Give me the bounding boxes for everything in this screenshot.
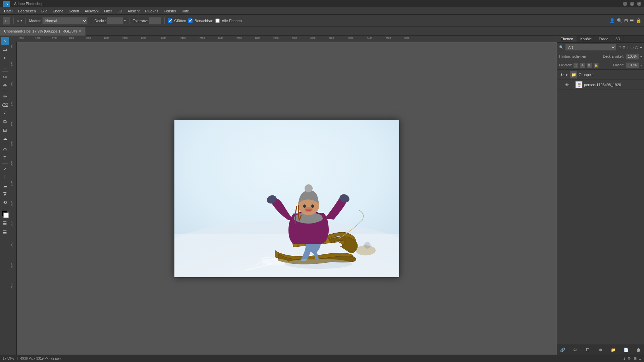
person-icon[interactable]: 👤 — [609, 18, 615, 23]
layer-adj-button[interactable]: ⊕ — [597, 347, 604, 353]
tab-3d[interactable]: 3D — [612, 36, 624, 42]
zoom-tool[interactable]: ⟲ — [1, 198, 9, 206]
clone-tool[interactable]: ⁄ — [1, 109, 9, 117]
menu-item-ebene[interactable]: Ebene — [50, 8, 66, 14]
ps-logo: Ps — [3, 1, 10, 7]
gradient-tool[interactable]: ☁ — [1, 134, 9, 142]
scene-svg — [174, 120, 399, 277]
ruler-left-label-2000: 2000 — [10, 181, 13, 187]
status-gpu-icon[interactable]: ⚙ — [628, 356, 631, 361]
layer-vis-gruppe1[interactable]: 👁 — [559, 72, 564, 77]
deckraft-input[interactable]: 100% — [626, 54, 639, 60]
close-button[interactable]: ✕ — [637, 2, 641, 6]
text-tool[interactable]: T — [1, 173, 9, 181]
opacity-input[interactable]: 100% — [107, 17, 123, 24]
shape-tool[interactable]: ☁ — [1, 182, 9, 190]
tab-ebenen[interactable]: Ebenen — [557, 36, 577, 42]
layer-group-button[interactable]: 📁 — [610, 347, 616, 353]
extra-tools: ☰ ☰ — [1, 219, 9, 236]
left-tools-panel: ↖ ▭ ∘ ⬚ ✂ ⊕ ✏ ⌫ ⁄ ⧉ ⊞ ☁ ⊙ T ↗ T ☁ ∇ ⟲ ☰ … — [0, 36, 10, 355]
lock-icon[interactable]: 🔒 — [636, 18, 641, 23]
ruler-left-inner: 600 800 1000 1200 1400 1600 1800 2000 22… — [10, 42, 16, 355]
layers-type-filter[interactable]: Art — [565, 44, 616, 51]
magic-wand-tool[interactable]: ⬚ — [1, 62, 9, 70]
layer-filter-icon-adjust[interactable]: ⚙ — [622, 45, 626, 50]
history-brush-tool[interactable]: ⧉ — [1, 118, 9, 126]
toolbar-separator-2 — [25, 17, 26, 24]
layer-thumb-gruppe1: 📁 — [570, 71, 577, 78]
layer-filter-toggle[interactable]: ● — [640, 45, 642, 49]
maximize-button[interactable]: □ — [630, 2, 634, 6]
foreground-color[interactable] — [1, 211, 9, 218]
menu-item-plug-ins[interactable]: Plug-ins — [142, 8, 161, 14]
tab-kanaele[interactable]: Kanäle — [577, 36, 595, 42]
layer-filter-icon-pixel[interactable]: ⬚ — [618, 45, 621, 50]
layer-filter-icon-text[interactable]: T — [627, 45, 629, 49]
eyedropper-tool[interactable]: ⊕ — [1, 81, 9, 89]
layer-vis-person[interactable]: 👁 — [565, 82, 569, 87]
minimize-button[interactable]: ─ — [623, 2, 627, 6]
canvas-area[interactable]: 1500 1600 1700 1800 1900 2000 2100 2200 … — [10, 36, 557, 355]
menu-item-bearbeiten[interactable]: Bearbeiten — [15, 8, 39, 14]
mode-dropdown[interactable]: Normal Multiplizieren Negativ multiplizi… — [42, 17, 88, 24]
menu-item-datei[interactable]: Datei — [1, 8, 15, 14]
menu-item-auswahl[interactable]: Auswahl — [82, 8, 101, 14]
status-info-icon[interactable]: ℹ — [624, 356, 625, 361]
path-select-tool[interactable]: ↗ — [1, 165, 9, 173]
brush-tool[interactable]: ⌫ — [1, 101, 9, 109]
hand-tool[interactable]: ∇ — [1, 190, 9, 198]
layer-filter-icon-shape[interactable]: ▭ — [630, 45, 634, 50]
document-tab[interactable]: Unbenannt-1 bei 17,9% (Gruppe 1, RGB/8#)… — [0, 27, 86, 36]
glatt-checkbox[interactable] — [168, 18, 172, 23]
crop-tool[interactable]: ✂ — [1, 73, 9, 81]
ruler-left-label-2200: 2200 — [10, 201, 13, 207]
tab-close-button[interactable]: ✕ — [79, 29, 82, 33]
status-more-icon[interactable]: ≡ — [639, 357, 641, 361]
search-icon[interactable]: 🔍 — [617, 18, 622, 23]
layer-mask-button[interactable]: ☐ — [585, 347, 591, 353]
select-rect-tool[interactable]: ▭ — [1, 45, 9, 53]
healing-tool[interactable]: ✏ — [1, 93, 9, 101]
zoom-level: 17,89% — [3, 357, 14, 360]
menu-item-filter[interactable]: Filter — [101, 8, 115, 14]
quick-mask-tool[interactable]: ☰ — [1, 219, 9, 227]
layer-filter-icon-smart[interactable]: ◎ — [635, 45, 638, 50]
lasso-tool[interactable]: ∘ — [1, 54, 9, 62]
layer-link-button[interactable]: 🔗 — [559, 347, 566, 353]
layers-lock-row: Fixieren: ⬚ ✛ ⊞ 🔒 Fläche: 100% ▾ — [557, 61, 644, 70]
home-button[interactable]: ⌂ — [3, 17, 10, 24]
menu-item-bild[interactable]: Bild — [39, 8, 50, 14]
benach-checkbox[interactable] — [188, 18, 193, 23]
canvas-document[interactable] — [174, 120, 399, 277]
lock-artboard-icon[interactable]: ⊞ — [587, 63, 592, 68]
layer-row-gruppe1[interactable]: 👁 ▶ 📁 Gruppe 1 — [557, 70, 644, 80]
lock-all-icon[interactable]: 🔒 — [593, 63, 599, 68]
menu-item-schrift[interactable]: Schrift — [66, 8, 82, 14]
canvas-viewport[interactable] — [17, 42, 557, 355]
menu-item-fenster[interactable]: Fenster — [161, 8, 179, 14]
background-swatch[interactable] — [3, 213, 9, 218]
layout-icon[interactable]: ☰ — [630, 18, 634, 23]
main-area: ↖ ▭ ∘ ⬚ ✂ ⊕ ✏ ⌫ ⁄ ⧉ ⊞ ☁ ⊙ T ↗ T ☁ ∇ ⟲ ☰ … — [0, 36, 644, 355]
menu-item-3d[interactable]: 3D — [115, 8, 125, 14]
lock-pixel-icon[interactable]: ⬚ — [573, 63, 579, 68]
lock-position-icon[interactable]: ✛ — [580, 63, 585, 68]
layer-expand-gruppe1[interactable]: ▶ — [565, 73, 569, 76]
move-tool[interactable]: ↖ — [1, 37, 9, 45]
menu-item-ansicht[interactable]: Ansicht — [125, 8, 142, 14]
status-zoom-icon[interactable]: ⊞ — [634, 356, 637, 361]
blur-tool[interactable]: ⊙ — [1, 145, 9, 154]
layer-delete-button[interactable]: 🗑 — [635, 347, 642, 353]
layer-effect-button[interactable]: ⚙ — [572, 347, 579, 353]
resize-icon[interactable]: ⊞ — [624, 18, 628, 23]
dodge-tool[interactable]: T — [1, 154, 9, 162]
menu-item-hilfe[interactable]: Hilfe — [179, 8, 192, 14]
tolerance-input[interactable]: 32 — [149, 17, 161, 24]
tab-pfade[interactable]: Pfade — [595, 36, 612, 42]
layer-row-person[interactable]: 👁 person-1196498_1920 — [557, 80, 644, 90]
flaeche-input[interactable]: 100% — [626, 62, 639, 68]
eraser-tool[interactable]: ⊞ — [1, 126, 9, 134]
layer-new-button[interactable]: 📄 — [623, 347, 629, 353]
alle-ebenen-checkbox[interactable] — [215, 18, 220, 23]
screen-mode-tool[interactable]: ☰ — [1, 228, 9, 236]
